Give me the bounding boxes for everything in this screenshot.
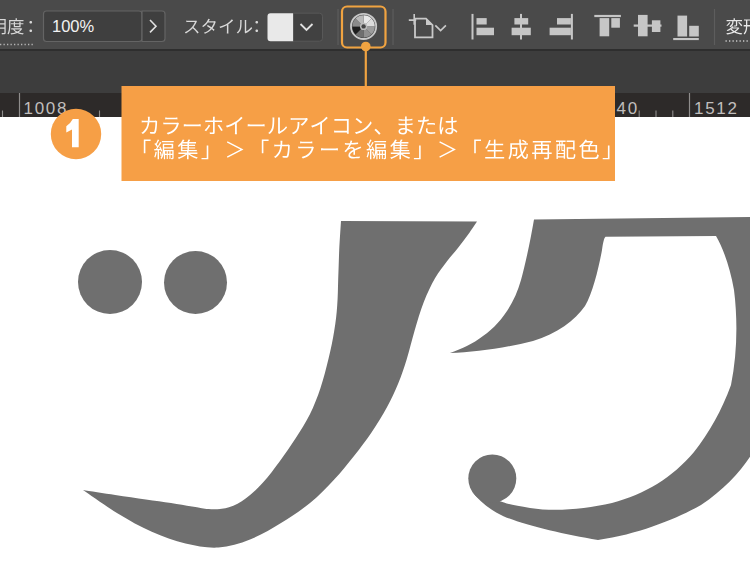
svg-text:1512: 1512 xyxy=(694,99,739,118)
svg-text:40: 40 xyxy=(617,99,639,118)
svg-text:100%: 100% xyxy=(52,17,95,35)
